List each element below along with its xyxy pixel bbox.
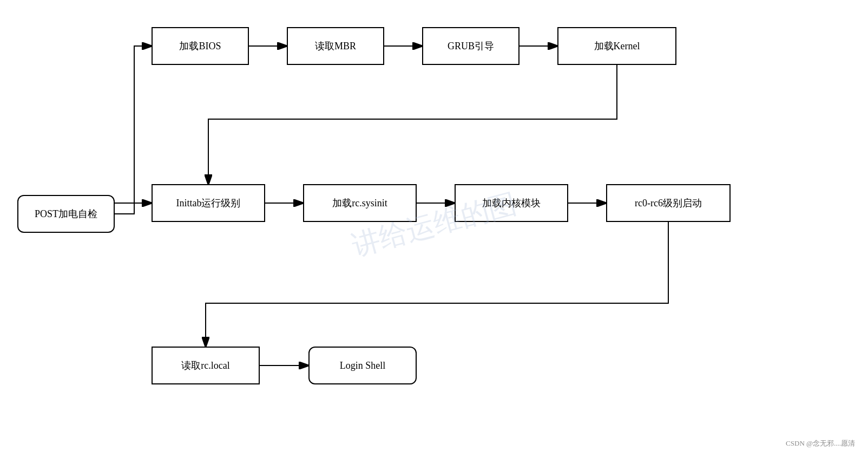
box-loginshell: Login Shell xyxy=(308,347,417,384)
credit: CSDN @念无邪....愿清 xyxy=(786,439,855,448)
box-rclocal: 读取rc.local xyxy=(152,347,260,384)
box-mbr: 读取MBR xyxy=(287,27,384,65)
box-sysinit: 加载rc.sysinit xyxy=(303,184,417,222)
box-post: POST加电自检 xyxy=(17,195,115,233)
arrows-svg xyxy=(0,0,868,457)
box-inittab: Inittab运行级别 xyxy=(152,184,265,222)
box-bios: 加载BIOS xyxy=(152,27,249,65)
box-kernel: 加载Kernel xyxy=(557,27,676,65)
box-grub: GRUB引导 xyxy=(422,27,520,65)
box-modules: 加载内核模块 xyxy=(455,184,568,222)
diagram-container: POST加电自检加载BIOS读取MBRGRUB引导加载KernelInittab… xyxy=(0,0,868,457)
box-rc0rc6: rc0-rc6级别启动 xyxy=(606,184,731,222)
